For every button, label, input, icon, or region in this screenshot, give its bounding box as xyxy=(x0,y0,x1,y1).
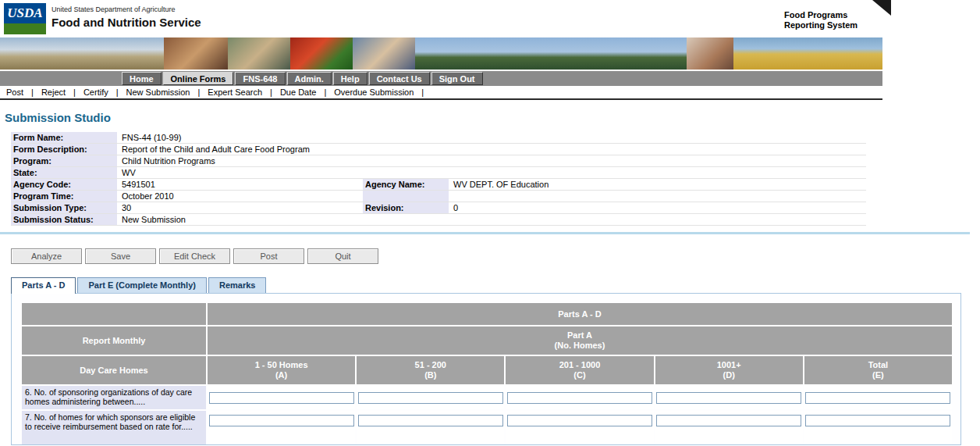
detail-row-submission-status: Submission Status: New Submission xyxy=(11,214,866,226)
column-header-c-line2: (C) xyxy=(506,370,653,380)
detail-row-submission-type: Submission Type: 30 Revision: 0 xyxy=(11,202,866,214)
app-name: Food Programs Reporting System xyxy=(784,10,858,30)
quit-button[interactable]: Quit xyxy=(307,248,378,264)
input-row-6-col-d[interactable] xyxy=(656,392,801,404)
nav-help[interactable]: Help xyxy=(333,72,368,85)
detail-value: 5491501 xyxy=(117,180,363,189)
column-header-a: 1 - 50 Homes (A) xyxy=(208,356,355,384)
menu-separator: | xyxy=(197,87,200,97)
edit-check-button[interactable]: Edit Check xyxy=(159,248,230,264)
table-group-header-row: Report Monthly Part A (No. Homes) xyxy=(22,326,952,355)
row-6-cell-c xyxy=(506,386,653,409)
row-7-cell-d xyxy=(655,411,803,445)
usda-logo: USDA xyxy=(4,3,46,34)
app-name-line2: Reporting System xyxy=(784,20,858,30)
department-name: United States Department of Agriculture xyxy=(51,5,201,13)
menu-reject[interactable]: Reject xyxy=(41,87,66,97)
column-header-c: 201 - 1000 (C) xyxy=(506,356,653,384)
tab-part-e-complete-monthly[interactable]: Part E (Complete Monthly) xyxy=(77,277,207,293)
banner-photo-mountains xyxy=(415,37,687,70)
column-header-a-line2: (A) xyxy=(208,370,355,380)
banner-photo-vegetables xyxy=(290,37,353,70)
menu-separator: | xyxy=(324,87,326,97)
detail-label: Program: xyxy=(11,155,117,166)
menu-separator: | xyxy=(31,87,34,97)
menu-overdue-submission[interactable]: Overdue Submission xyxy=(334,87,414,97)
usda-logo-text: USDA xyxy=(4,3,46,23)
input-row-6-col-c[interactable] xyxy=(507,392,652,404)
part-a-header-line1: Part A xyxy=(208,330,952,341)
tab-remarks[interactable]: Remarks xyxy=(208,277,266,293)
input-row-7-col-c[interactable] xyxy=(507,415,652,426)
detail-label: Agency Code: xyxy=(11,179,117,190)
detail-value-agency-name: WV DEPT. OF Education xyxy=(449,180,549,189)
row-7-label: 7. No. of homes for which sponsors are e… xyxy=(22,411,206,445)
detail-row-form-description: Form Description: Report of the Child an… xyxy=(11,144,866,155)
photo-banner xyxy=(0,37,882,70)
nav-contact-us[interactable]: Contact Us xyxy=(369,72,430,85)
tab-parts-a-d[interactable]: Parts A - D xyxy=(11,277,76,294)
nav-sign-out[interactable]: Sign Out xyxy=(431,72,483,85)
nav-fns-648[interactable]: FNS-648 xyxy=(235,72,285,85)
menu-separator: | xyxy=(116,87,119,97)
input-row-6-col-a[interactable] xyxy=(209,392,354,404)
column-header-b-line2: (B) xyxy=(357,370,504,380)
nav-admin[interactable]: Admin. xyxy=(287,72,332,85)
input-row-6-col-b[interactable] xyxy=(358,392,503,404)
row-6-cell-e xyxy=(804,386,952,409)
section-divider xyxy=(0,232,970,234)
column-header-b: 51 - 200 (B) xyxy=(357,356,504,384)
row-6-cell-a xyxy=(208,386,355,409)
input-row-7-col-e[interactable] xyxy=(805,415,950,426)
column-header-a-line1: 1 - 50 Homes xyxy=(208,360,355,370)
input-row-6-col-e[interactable] xyxy=(805,392,950,404)
menu-expert-search[interactable]: Expert Search xyxy=(208,87,262,97)
input-row-7-col-b[interactable] xyxy=(358,415,503,426)
menu-post[interactable]: Post xyxy=(6,87,23,97)
part-a-header: Part A (No. Homes) xyxy=(208,326,952,355)
part-a-header-line2: (No. Homes) xyxy=(208,341,952,351)
table-row-7: 7. No. of homes for which sponsors are e… xyxy=(22,411,952,445)
app-name-line1: Food Programs xyxy=(784,10,858,20)
detail-label-empty xyxy=(363,191,449,202)
save-button[interactable]: Save xyxy=(85,248,156,264)
department-text: United States Department of Agriculture … xyxy=(51,5,201,29)
column-header-b-line1: 51 - 200 xyxy=(357,360,504,370)
detail-value: WV xyxy=(117,168,136,177)
banner-photo-family-2 xyxy=(228,37,290,70)
page-title: Submission Studio xyxy=(5,111,980,124)
analyze-button[interactable]: Analyze xyxy=(11,248,82,264)
detail-row-agency-code: Agency Code: 5491501 Agency Name: WV DEP… xyxy=(11,179,866,191)
detail-value: FNS-44 (10-99) xyxy=(117,133,181,142)
post-button[interactable]: Post xyxy=(233,248,304,264)
table-corner-cell xyxy=(22,303,206,325)
input-row-7-col-d[interactable] xyxy=(656,415,801,426)
detail-row-state: State: WV xyxy=(11,167,866,179)
row-7-cell-c xyxy=(506,411,653,445)
input-row-7-col-a[interactable] xyxy=(209,415,354,426)
menu-separator: | xyxy=(270,87,272,97)
menu-certify[interactable]: Certify xyxy=(83,87,108,97)
detail-row-program: Program: Child Nutrition Programs xyxy=(11,155,866,167)
menu-new-submission[interactable]: New Submission xyxy=(126,87,190,97)
nav-online-forms[interactable]: Online Forms xyxy=(163,72,234,85)
detail-row-form-name: Form Name: FNS-44 (10-99) xyxy=(11,132,866,144)
menu-due-date[interactable]: Due Date xyxy=(280,87,316,97)
detail-label-agency-name: Agency Name: xyxy=(363,179,449,190)
table-title-row: Parts A - D xyxy=(22,303,952,325)
corner-triangle-decoration xyxy=(872,0,891,16)
nav-home[interactable]: Home xyxy=(122,72,162,85)
detail-value-revision: 0 xyxy=(449,203,458,212)
detail-value: October 2010 xyxy=(117,191,363,201)
menu-separator: | xyxy=(73,87,76,97)
column-header-c-line1: 201 - 1000 xyxy=(506,360,653,370)
detail-value: Child Nutrition Programs xyxy=(117,156,215,166)
header: USDA United States Department of Agricul… xyxy=(0,0,980,37)
row-7-cell-e xyxy=(804,411,952,445)
column-header-e: Total (E) xyxy=(804,356,952,384)
tab-panel: Parts A - D Report Monthly Part A (No. H… xyxy=(11,293,961,445)
tab-bar: Parts A - D Part E (Complete Monthly) Re… xyxy=(11,277,980,293)
column-header-d-line2: (D) xyxy=(655,370,803,380)
detail-value: Report of the Child and Adult Care Food … xyxy=(117,145,310,154)
parts-a-d-table: Parts A - D Report Monthly Part A (No. H… xyxy=(22,303,952,445)
